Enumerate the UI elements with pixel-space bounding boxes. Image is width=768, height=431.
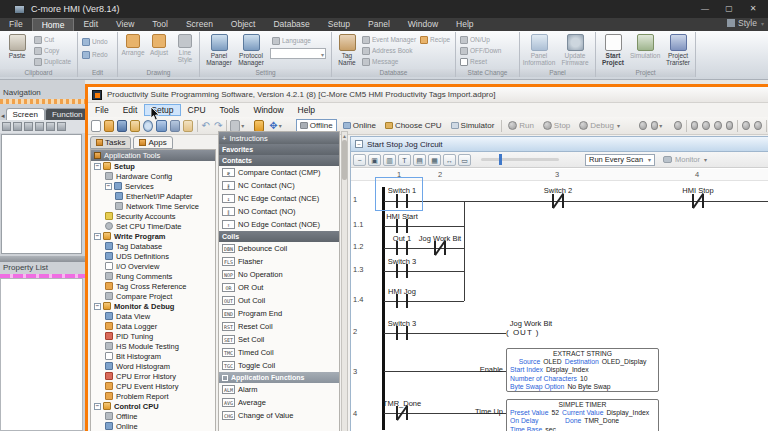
tree-item-network-time-service[interactable]: Network Time Service <box>91 201 215 211</box>
instruction-reset-coil[interactable]: RSTReset Coil <box>219 320 339 333</box>
transfer-icon[interactable] <box>156 120 166 132</box>
simulation-button[interactable]: Simulation <box>630 34 660 60</box>
ladder-tool-view1-icon[interactable]: ▣ <box>368 154 381 166</box>
cmore-menu-file[interactable]: File <box>0 18 32 31</box>
tree-item-security-accounts[interactable]: Security Accounts <box>91 211 215 221</box>
zoom-slider[interactable] <box>481 158 559 161</box>
tool-icon-2[interactable] <box>651 121 659 130</box>
no-contact-switch3-rung2[interactable] <box>396 326 408 340</box>
instruction-no-edge-contact[interactable]: ↑NO Edge Contact (NOE) <box>219 218 339 231</box>
tree-item-cpu-error-history[interactable]: CPU Error History <box>91 371 215 381</box>
instruction-no-contact[interactable]: ∥NO Contact (NO) <box>219 205 339 218</box>
protocol-manager-button[interactable]: Protocol Manager <box>236 34 266 66</box>
simulator-button[interactable]: Simulator <box>448 120 498 131</box>
language-select[interactable]: ▾ <box>270 48 326 59</box>
monitor-button[interactable]: Monitor ▾ <box>663 155 707 164</box>
no-contact-hmi-jog[interactable] <box>396 294 408 308</box>
instruction-nc-contact[interactable]: ∦NC Contact (NC) <box>219 179 339 192</box>
style-button[interactable]: Style ▾ <box>727 18 764 28</box>
instruction-flasher[interactable]: FLSFlasher <box>219 255 339 268</box>
scrollbar-thumb[interactable] <box>342 140 347 180</box>
monitor-tool-icon-6[interactable] <box>742 121 750 130</box>
cmore-tab-tool[interactable]: Tool <box>143 18 177 31</box>
debug-button[interactable]: Debug▾ <box>576 120 623 131</box>
menu-window[interactable]: Window <box>246 104 290 116</box>
ladder-tool-collapse-icon[interactable]: − <box>353 154 366 166</box>
instruction-compare-contact[interactable]: ≷Compare Contact (CMP) <box>219 166 339 179</box>
menu-edit[interactable]: Edit <box>116 104 145 116</box>
collapse-icon[interactable]: − <box>94 403 101 410</box>
copy-button[interactable]: Copy <box>34 46 59 55</box>
pin-icon[interactable]: + <box>222 134 226 143</box>
menu-cpu[interactable]: CPU <box>181 104 213 116</box>
instruction-out-coil[interactable]: OUTOut Coil <box>219 294 339 307</box>
new-screen-icon[interactable] <box>2 122 11 131</box>
collapse-icon[interactable]: − <box>94 163 101 170</box>
tree-folder-monitor-debug[interactable]: −Monitor & Debug <box>91 301 215 311</box>
cmore-tab-view[interactable]: View <box>107 18 143 31</box>
menu-file[interactable]: File <box>88 104 116 116</box>
copy-screen-icon[interactable] <box>13 122 22 131</box>
close-button[interactable]: ✕ <box>742 2 764 15</box>
cmore-tab-help[interactable]: Help <box>447 18 482 31</box>
tree-item-cpu-event-history[interactable]: CPU Event History <box>91 381 215 391</box>
stop-button[interactable]: Stop <box>540 120 573 131</box>
no-contact-hmi-start[interactable] <box>396 219 408 233</box>
tree-item-compare-project[interactable]: Compare Project <box>91 291 215 301</box>
instruction-or-out[interactable]: OROR Out <box>219 281 339 294</box>
monitor-tool-icon-7[interactable] <box>754 121 762 130</box>
ladder-tool-expand-icon[interactable]: ↔ <box>443 154 456 166</box>
paste-screen-icon[interactable] <box>24 122 33 131</box>
new-project-icon[interactable] <box>91 120 101 132</box>
no-contact-switch1[interactable] <box>396 194 408 208</box>
tree-item-word-histogram[interactable]: Word Histogram <box>91 361 215 371</box>
tree-item-bit-histogram[interactable]: Bit Histogram <box>91 351 215 361</box>
monitor-tool-icon-2[interactable] <box>691 121 699 130</box>
cmore-tab-screen[interactable]: Screen <box>177 18 222 31</box>
ladder-tool-text-icon[interactable]: T <box>398 154 411 166</box>
rename-screen-icon[interactable] <box>46 122 55 131</box>
tab-apps[interactable]: Apps <box>133 136 172 149</box>
redo-icon[interactable]: ↷ <box>214 120 222 131</box>
paste-button[interactable]: Paste <box>2 34 32 60</box>
tree-item-ethernet-ip-adapter[interactable]: EtherNet/IP Adapter <box>91 191 215 201</box>
minimize-button[interactable]: — <box>694 2 716 15</box>
cmore-tab-edit[interactable]: Edit <box>74 18 107 31</box>
tree-item-set-cpu-time-date[interactable]: Set CPU Time/Date <box>91 221 215 231</box>
tab-screen[interactable]: Screen <box>6 108 45 120</box>
nc-contact-jog-work-bit[interactable] <box>434 241 446 255</box>
adjust-button[interactable]: Adjust <box>146 34 172 57</box>
event-manager-button[interactable]: Event Manager <box>362 35 416 44</box>
scan-mode-select[interactable]: Run Every Scan ▾ <box>585 154 655 166</box>
menu-help[interactable]: Help <box>291 104 322 116</box>
tree-item-services[interactable]: −Services <box>91 181 215 191</box>
cmore-tab-window[interactable]: Window <box>399 18 447 31</box>
section-coils[interactable]: Coils <box>219 231 339 242</box>
instruction-nc-edge-contact[interactable]: ↥NC Edge Contact (NCE) <box>219 192 339 205</box>
menu-tools[interactable]: Tools <box>213 104 247 116</box>
duplicate-button[interactable]: Duplicate <box>34 57 71 66</box>
monitor-tool-icon-1[interactable] <box>674 121 682 130</box>
tree-item-tag-database[interactable]: Tag Database <box>91 241 215 251</box>
property-list-panel[interactable] <box>0 278 83 431</box>
address-book-button[interactable]: Address Book <box>362 46 412 55</box>
on-up-button[interactable]: ON/Up <box>460 35 490 44</box>
open-project-icon[interactable] <box>104 120 114 132</box>
tab-scroll-left-icon[interactable]: ◂ <box>0 112 6 120</box>
ladder-tool-view2-icon[interactable]: ▥ <box>383 154 396 166</box>
tree-item-tag-cross-reference[interactable]: Tag Cross Reference <box>91 281 215 291</box>
tab-function[interactable]: Function <box>45 108 90 120</box>
instruction-timed-coil[interactable]: TMCTimed Coil <box>219 346 339 359</box>
redo-button[interactable]: Redo <box>82 50 108 59</box>
nc-contact-switch2[interactable] <box>552 194 564 208</box>
line-style-button[interactable]: Line Style <box>172 34 198 63</box>
run-button[interactable]: Run <box>505 120 537 131</box>
ladder-canvas[interactable]: 1 1.1 1.2 1.3 1.4 2 3 4 Switch 1 <box>351 181 768 431</box>
tree-item-hardware-config[interactable]: Hardware Config <box>91 171 215 181</box>
extract-string-block[interactable]: EXTRACT STRING SourceOLED DestinationOLE… <box>506 348 659 392</box>
tree-folder-control-cpu[interactable]: −Control CPU <box>91 401 215 411</box>
panel-information-button[interactable]: Panel Information <box>522 34 556 66</box>
eraser-icon[interactable] <box>230 120 240 132</box>
instruction-average[interactable]: AVGAverage <box>219 396 339 409</box>
collapse-icon[interactable]: − <box>94 303 101 310</box>
